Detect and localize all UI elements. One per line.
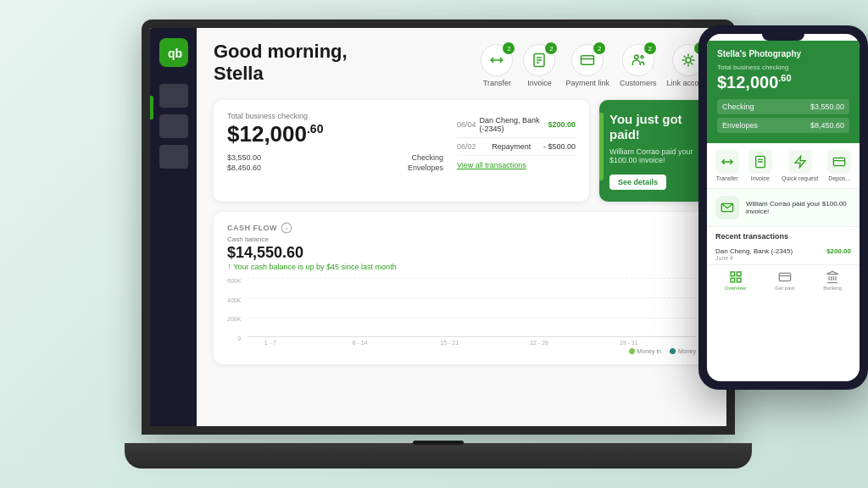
transfer-icon-container: 2 (481, 44, 513, 76)
sidebar-nav-item-2[interactable] (159, 114, 188, 138)
phone-trans-amount: $200.00 (826, 247, 851, 261)
svg-text:qb: qb (168, 47, 182, 60)
phone-nav-get-paid[interactable]: Get paid (775, 270, 794, 291)
phone-trans-name: Dan Cheng, Bank (-2345) (715, 247, 793, 255)
phone-nav-banking[interactable]: Banking (823, 270, 842, 291)
view-all-transactions-link[interactable]: View all transactions (457, 161, 576, 169)
cards-row: Total business checking $12,000.60 $3,55… (214, 100, 709, 202)
invoice-badge: 2 (545, 42, 557, 54)
balance-left: Total business checking $12,000.60 $3,55… (227, 112, 443, 190)
greeting-block: Good morning, Stella (214, 41, 348, 86)
svg-rect-22 (737, 272, 741, 276)
legend-green-dot (629, 348, 635, 354)
table-row: 06/02 Repayment - $500.00 (457, 138, 576, 156)
transfer-label: Transfer (483, 79, 511, 87)
phone-deposit-icon (827, 150, 851, 174)
legend-teal-dot (670, 348, 676, 354)
notification-green-bar (599, 113, 604, 180)
phone-company-name: Stella's Photography (717, 49, 849, 58)
transactions-section: 06/04 Dan Cheng, Bank (-2345) $200.00 06… (457, 112, 576, 190)
payment-icon-container: 2 (571, 44, 604, 76)
phone-envelopes-row: Envelopes $8,450.60 (717, 118, 849, 133)
svg-rect-18 (834, 158, 845, 165)
info-icon (281, 222, 292, 234)
notification-text: William Corrao paid your $100.00 invoice… (609, 147, 699, 164)
invoice-label: Invoice (527, 79, 552, 87)
quick-action-payment-link[interactable]: 2 Payment link (565, 44, 609, 87)
phone-quick-actions: Transfer Invoice (707, 143, 860, 189)
sidebar-nav-item-3[interactable] (159, 145, 188, 169)
phone-header: Stella's Photography Total business chec… (707, 41, 860, 143)
trans-name-2: Repayment (492, 142, 531, 151)
cashflow-balance-label: Cash balance (227, 236, 696, 243)
envelopes-row: $8,450.60 Envelopes (227, 164, 443, 172)
phone-action-invoice[interactable]: Invoice (748, 150, 772, 181)
svg-point-10 (686, 58, 691, 63)
phone-screen: Stella's Photography Total business chec… (707, 34, 860, 381)
phone-container: Stella's Photography Total business chec… (698, 25, 868, 390)
chart-legend: Money in Money (248, 348, 696, 354)
quick-action-transfer[interactable]: 2 Transfer (481, 44, 513, 87)
phone-balance-label: Total business checking (717, 64, 849, 71)
svg-marker-32 (826, 271, 837, 274)
svg-rect-24 (737, 278, 741, 282)
balance-amount: $12,000.60 (227, 123, 443, 145)
chart-area: 1 - 7 8 - 14 15 - 21 22 - 28 29 - 31 (248, 278, 696, 354)
phone-action-quick-request[interactable]: Quick request (782, 150, 818, 181)
svg-point-9 (641, 56, 643, 58)
trans-name-1: Dan Cheng, Bank (-2345) (480, 116, 548, 133)
phone-action-deposit[interactable]: Depos... (827, 150, 851, 181)
sidebar: qb (150, 28, 197, 426)
phone-checking-row: Checking $3,550.00 (717, 99, 849, 114)
screen-content: qb Good morning, Stella (150, 28, 726, 426)
gridline-mid2 (248, 318, 696, 319)
phone-notification-icon (715, 196, 739, 219)
quick-action-customers[interactable]: 2 Customers (620, 44, 657, 87)
customers-icon-container: 2 (622, 44, 654, 76)
phone-quick-request-icon (788, 150, 812, 174)
phone-frame: Stella's Photography Total business chec… (698, 25, 868, 390)
notification-card: You just got paid! William Corrao paid y… (599, 100, 709, 202)
chart-x-labels: 1 - 7 8 - 14 15 - 21 22 - 28 29 - 31 (248, 340, 696, 346)
legend-money-in: Money in (629, 348, 661, 354)
cashflow-header: CASH FLOW (227, 222, 696, 234)
customers-label: Customers (620, 79, 657, 87)
quick-actions-bar: 2 Transfer (481, 44, 709, 87)
checking-row: $3,550.00 Checking (227, 153, 443, 162)
cashflow-card: CASH FLOW Cash balance $14,550.60 ↑ Your… (214, 212, 709, 364)
chart-y-labels: 600K 400K 200K 0 (227, 278, 241, 341)
phone-nav-overview[interactable]: Overview (725, 270, 746, 291)
main-content: Good morning, Stella 2 (197, 28, 726, 426)
phone-bottom-nav: Overview Get paid (707, 264, 860, 296)
phone-invoice-icon (748, 150, 772, 174)
phone-transfer-icon (715, 150, 739, 174)
laptop-container: qb Good morning, Stella (142, 19, 777, 469)
svg-marker-17 (795, 156, 805, 167)
cashflow-amount: $14,550.60 (227, 244, 696, 262)
gridline-mid1 (248, 297, 696, 298)
laptop-base (125, 443, 752, 469)
quick-action-invoice[interactable]: 2 Invoice (523, 44, 555, 87)
svg-point-8 (634, 55, 638, 59)
svg-rect-6 (581, 56, 594, 65)
payment-badge: 2 (593, 42, 605, 54)
phone-action-transfer[interactable]: Transfer (715, 150, 739, 181)
see-details-button[interactable]: See details (609, 175, 666, 190)
customers-badge: 2 (644, 42, 656, 54)
svg-rect-23 (731, 278, 735, 282)
transfer-badge: 2 (503, 42, 515, 54)
cashflow-trend: ↑ Your cash balance is up by $45 since l… (227, 262, 696, 271)
chart-wrapper: 600K 400K 200K 0 (227, 278, 696, 354)
table-row: 06/04 Dan Cheng, Bank (-2345) $200.00 (457, 112, 576, 138)
sidebar-nav-item-1[interactable] (159, 84, 188, 108)
greeting-text: Good morning, Stella (214, 41, 348, 86)
trans-amount-2: - $500.00 (543, 142, 576, 151)
phone-notification: William Corrao paid your $100.00 invoice… (707, 189, 860, 227)
phone-balance: $12,000.60 (717, 73, 849, 92)
invoice-icon-container: 2 (523, 44, 555, 76)
legend-money-out: Money (670, 348, 696, 354)
trans-date-1: 06/04 (457, 120, 476, 129)
svg-rect-21 (731, 272, 735, 276)
transactions-list: 06/04 Dan Cheng, Bank (-2345) $200.00 06… (457, 112, 576, 156)
payment-label: Payment link (565, 79, 609, 87)
